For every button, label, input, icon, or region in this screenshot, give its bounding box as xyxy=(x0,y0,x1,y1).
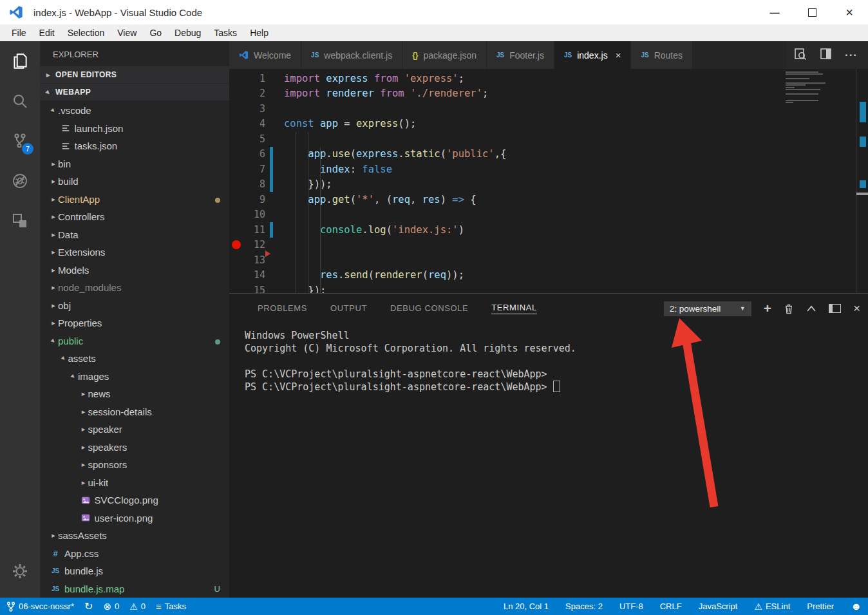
minimap[interactable] xyxy=(786,71,827,104)
status-item-0[interactable]: ⚠0 xyxy=(129,601,146,612)
breakpoint-icon[interactable] xyxy=(232,240,241,249)
code-line[interactable]: 12 xyxy=(229,238,868,253)
code-line[interactable]: 8 })); xyxy=(229,177,868,193)
status-item-ln-20-col-1[interactable]: Ln 20, Col 1 xyxy=(504,601,549,611)
code-line[interactable]: 2import renderer from './renderer'; xyxy=(229,86,868,102)
code-line[interactable]: 14 res.send(renderer(req)); xyxy=(229,268,868,283)
kill-terminal-icon[interactable] xyxy=(784,303,794,314)
tree-item-properties[interactable]: ▸Properties xyxy=(40,314,229,332)
tree-item-data[interactable]: ▸Data xyxy=(40,226,229,244)
source-control-icon[interactable]: 7 xyxy=(0,121,40,161)
menu-help[interactable]: Help xyxy=(243,28,275,38)
panel-tab-debug-console[interactable]: DEBUG CONSOLE xyxy=(390,303,468,314)
tree-item-obj[interactable]: ▸obj xyxy=(40,297,229,315)
close-tab-icon[interactable]: × xyxy=(616,50,621,61)
tree-item-bundle-js-map[interactable]: JSbundle.js.mapU xyxy=(40,580,229,598)
panel-position-icon[interactable] xyxy=(829,304,841,313)
status-item-0[interactable]: ⊗0 xyxy=(103,601,119,612)
tree-item-svcclogo-png[interactable]: SVCClogo.png xyxy=(40,491,229,509)
tree-item-news[interactable]: ▸news xyxy=(40,385,229,403)
more-actions-icon[interactable]: ··· xyxy=(845,49,858,62)
open-preview-icon[interactable] xyxy=(794,48,807,63)
minimize-button[interactable]: — xyxy=(756,0,793,24)
tree-item-sassassets[interactable]: ▸sassAssets xyxy=(40,527,229,545)
status-item-smiley-icon[interactable]: ☻ xyxy=(851,601,862,612)
tree-item--vscode[interactable]: ▸.vscode xyxy=(40,102,229,120)
menu-selection[interactable]: Selection xyxy=(61,28,111,38)
settings-gear-icon[interactable] xyxy=(0,551,40,591)
status-item-06-svcc-nossr-[interactable]: 06-svcc-nossr* xyxy=(6,601,74,612)
code-line[interactable]: 9 app.get('*', (req, res) => { xyxy=(229,192,868,207)
code-line[interactable]: 1import express from 'express'; xyxy=(229,71,868,86)
close-panel-icon[interactable]: × xyxy=(853,301,860,316)
tree-item-launch-json[interactable]: launch.json xyxy=(40,120,229,138)
editor-tab-webpack-client-js[interactable]: JSwebpack.client.js xyxy=(301,41,402,69)
menu-view[interactable]: View xyxy=(111,28,143,38)
panel-tab-output[interactable]: OUTPUT xyxy=(330,303,367,314)
status-item-crlf[interactable]: CRLF xyxy=(660,601,682,611)
tree-item-session-details[interactable]: ▸session-details xyxy=(40,403,229,421)
code-line[interactable]: 15 }); xyxy=(229,283,868,293)
tree-item-tasks-json[interactable]: tasks.json xyxy=(40,137,229,155)
status-item-utf-8[interactable]: UTF-8 xyxy=(619,601,643,611)
tree-item-clientapp[interactable]: ▸ClientApp xyxy=(40,191,229,209)
tree-item-controllers[interactable]: ▸Controllers xyxy=(40,208,229,226)
tree-item-assets[interactable]: ▸assets xyxy=(40,350,229,368)
editor-tab-package-json[interactable]: {}package.json xyxy=(402,41,487,69)
close-button[interactable]: × xyxy=(831,0,868,24)
tree-item-public[interactable]: ▸public xyxy=(40,332,229,350)
code-line[interactable]: 4const app = express(); xyxy=(229,117,868,132)
editor-tab-footer-js[interactable]: JSFooter.js xyxy=(487,41,554,69)
editor-tab-routes[interactable]: JSRoutes xyxy=(631,41,693,69)
terminal-output[interactable]: Windows PowerShellCopyright (C) Microsof… xyxy=(229,323,868,393)
menu-tasks[interactable]: Tasks xyxy=(207,28,243,38)
status-item-tasks[interactable]: ≡Tasks xyxy=(156,601,186,612)
tree-item-images[interactable]: ▸images xyxy=(40,368,229,386)
tree-item-extensions[interactable]: ▸Extensions xyxy=(40,243,229,261)
debug-icon[interactable] xyxy=(0,161,40,201)
tree-item-build[interactable]: ▸build xyxy=(40,173,229,191)
status-item-sync-icon[interactable]: ↻ xyxy=(84,600,93,612)
panel-tab-problems[interactable]: PROBLEMS xyxy=(258,303,307,314)
maximize-panel-icon[interactable] xyxy=(806,305,816,312)
code-editor[interactable]: 1import express from 'express';2import r… xyxy=(229,69,868,293)
maximize-button[interactable] xyxy=(793,0,831,24)
status-item-spaces-2[interactable]: Spaces: 2 xyxy=(565,601,603,611)
tree-item-models[interactable]: ▸Models xyxy=(40,261,229,279)
tree-item-bundle-js[interactable]: JSbundle.js xyxy=(40,562,229,580)
search-icon[interactable] xyxy=(0,81,40,121)
tree-item-user-icon-png[interactable]: user-icon.png xyxy=(40,509,229,527)
code-line[interactable]: 5 xyxy=(229,131,868,147)
editor-tab-welcome[interactable]: Welcome xyxy=(229,41,301,69)
code-line[interactable]: 10 xyxy=(229,207,868,223)
breakpoint-gutter[interactable] xyxy=(229,240,243,249)
code-line[interactable]: 3 xyxy=(229,101,868,117)
menu-edit[interactable]: Edit xyxy=(33,28,61,38)
code-line[interactable]: 7 index: false xyxy=(229,162,868,177)
menu-file[interactable]: File xyxy=(5,28,33,38)
editor-tab-index-js[interactable]: JSindex.js× xyxy=(554,41,631,69)
tree-item-sponsors[interactable]: ▸sponsors xyxy=(40,456,229,474)
status-item-eslint[interactable]: ⚠ESLint xyxy=(754,601,790,612)
code-line[interactable]: 6 app.use(express.static('public',{ xyxy=(229,147,868,162)
overview-ruler[interactable] xyxy=(856,69,868,293)
new-terminal-icon[interactable]: + xyxy=(764,301,771,316)
extensions-icon[interactable] xyxy=(0,201,40,241)
menu-go[interactable]: Go xyxy=(143,28,168,38)
tree-item-speakers[interactable]: ▸speakers xyxy=(40,439,229,457)
tree-item-ui-kit[interactable]: ▸ui-kit xyxy=(40,474,229,492)
panel-tab-terminal[interactable]: TERMINAL xyxy=(491,303,537,314)
code-line[interactable]: 11 console.log('index.js:') xyxy=(229,222,868,238)
terminal-select[interactable]: 2: powershell ▼ xyxy=(664,301,751,316)
status-item-javascript[interactable]: JavaScript xyxy=(699,601,738,611)
menu-debug[interactable]: Debug xyxy=(168,28,207,38)
status-item-prettier[interactable]: Prettier xyxy=(807,601,834,611)
section-open-editors[interactable]: ▸OPEN EDITORS xyxy=(40,66,229,83)
code-line[interactable]: 13 xyxy=(229,252,868,268)
split-editor-icon[interactable] xyxy=(820,48,832,62)
tree-item-app-css[interactable]: #App.css xyxy=(40,545,229,563)
section-webapp[interactable]: ▸WEBAPP xyxy=(40,84,229,100)
tree-item-node-modules[interactable]: ▸node_modules xyxy=(40,279,229,297)
tree-item-bin[interactable]: ▸bin xyxy=(40,155,229,173)
tree-item-speaker[interactable]: ▸speaker xyxy=(40,421,229,439)
